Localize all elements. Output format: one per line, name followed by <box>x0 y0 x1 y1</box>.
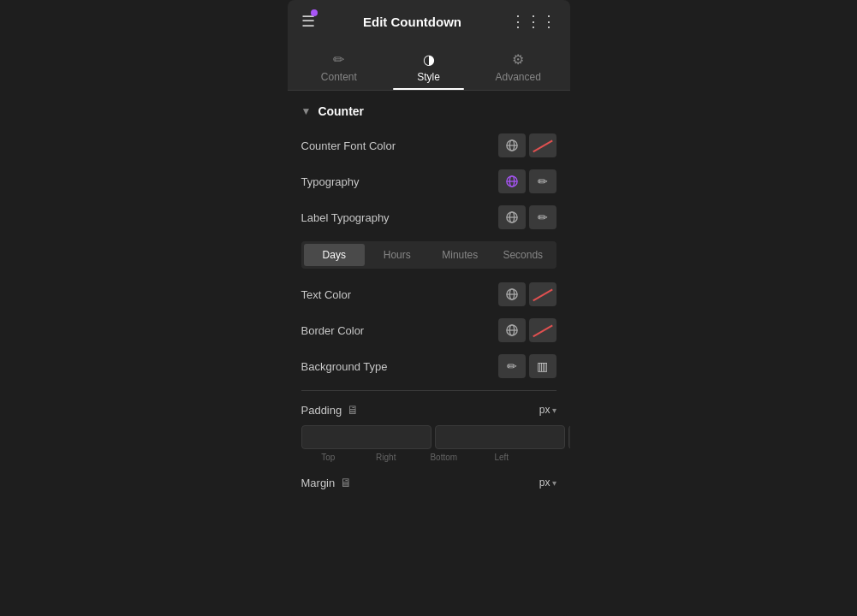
text-color-global-button[interactable] <box>498 282 526 306</box>
typography-controls: ✏ <box>498 169 556 193</box>
globe-icon <box>506 288 518 300</box>
style-icon: ◑ <box>423 51 435 68</box>
background-type-controls: ✏ ▥ <box>498 354 556 378</box>
padding-field-labels: Top Right Bottom Left <box>301 453 556 462</box>
text-color-controls <box>498 282 556 306</box>
label-typography-edit-button[interactable]: ✏ <box>529 205 556 229</box>
notification-dot <box>311 9 318 16</box>
counter-font-color-global-button[interactable] <box>498 133 526 157</box>
padding-label-group: Padding 🖥 <box>301 403 360 417</box>
text-color-swatch[interactable] <box>529 282 556 306</box>
typography-label: Typography <box>301 175 360 188</box>
padding-bottom-label: Bottom <box>417 453 472 462</box>
typography-row: Typography ✏ <box>301 169 556 193</box>
padding-responsive-icon[interactable]: 🖥 <box>347 403 359 417</box>
time-tab-days[interactable]: Days <box>304 244 366 266</box>
tab-content[interactable]: ✏ Content <box>295 43 384 90</box>
border-color-label: Border Color <box>301 324 365 337</box>
content-icon: ✏ <box>333 51 344 68</box>
margin-label-group: Margin 🖥 <box>301 476 353 489</box>
padding-inputs: 🔗 <box>301 425 556 449</box>
globe-icon <box>506 139 518 151</box>
time-tab-group: Days Hours Minutes Seconds <box>301 241 556 269</box>
panel-content: ▼ Counter Counter Font Color <box>288 91 570 616</box>
tab-style-label: Style <box>417 71 440 83</box>
label-typography-global-button[interactable] <box>498 205 526 229</box>
padding-right-input[interactable] <box>435 425 565 449</box>
outer-background: ☰ Edit Countdown ⋮⋮⋮ ✏ Content ◑ Style ⚙… <box>0 0 857 616</box>
text-color-label: Text Color <box>301 288 352 301</box>
no-color-slash <box>529 282 556 306</box>
border-color-swatch[interactable] <box>529 318 556 342</box>
globe-icon <box>506 175 518 187</box>
padding-left-label: Left <box>474 453 529 462</box>
tab-content-label: Content <box>321 71 357 83</box>
tab-style[interactable]: ◑ Style <box>384 43 473 90</box>
padding-unit-label: px <box>539 404 551 416</box>
margin-unit-dropdown-icon: ▾ <box>552 478 556 488</box>
border-color-controls <box>498 318 556 342</box>
counter-font-color-swatch[interactable] <box>529 133 556 157</box>
padding-top-label: Top <box>301 453 356 462</box>
apps-grid-icon[interactable]: ⋮⋮⋮ <box>510 12 556 31</box>
counter-font-color-row: Counter Font Color <box>301 133 556 157</box>
tab-advanced[interactable]: ⚙ Advanced <box>473 43 563 90</box>
header-right: ⋮⋮⋮ <box>510 12 556 31</box>
background-type-label: Background Type <box>301 360 388 373</box>
counter-section-header: ▼ Counter <box>301 104 556 118</box>
hamburger-menu-button[interactable]: ☰ <box>301 12 315 31</box>
border-color-global-button[interactable] <box>498 318 526 342</box>
counter-font-color-controls <box>498 133 556 157</box>
margin-label: Margin <box>301 477 336 489</box>
padding-bottom-input[interactable] <box>568 425 570 449</box>
background-type-solid-button[interactable]: ✏ <box>498 354 526 378</box>
background-type-row: Background Type ✏ ▥ <box>301 354 556 378</box>
label-typography-controls: ✏ <box>498 205 556 229</box>
padding-label: Padding <box>301 404 342 417</box>
header-left: ☰ <box>301 12 315 31</box>
advanced-icon: ⚙ <box>512 51 524 68</box>
section-title: Counter <box>318 104 364 118</box>
padding-right-label: Right <box>359 453 414 462</box>
panel-title: Edit Countdown <box>315 15 510 29</box>
time-tab-hours[interactable]: Hours <box>366 244 428 266</box>
border-color-row: Border Color <box>301 318 556 342</box>
typography-edit-button[interactable]: ✏ <box>529 169 556 193</box>
padding-row-header: Padding 🖥 px ▾ <box>301 403 556 417</box>
counter-font-color-label: Counter Font Color <box>301 139 396 152</box>
edit-panel: ☰ Edit Countdown ⋮⋮⋮ ✏ Content ◑ Style ⚙… <box>288 0 570 616</box>
globe-icon <box>506 324 518 336</box>
margin-unit-group: px ▾ <box>539 477 556 489</box>
label-typography-label: Label Typography <box>301 211 390 224</box>
label-typography-row: Label Typography ✏ <box>301 205 556 229</box>
margin-unit-label: px <box>539 477 551 489</box>
globe-icon <box>506 211 518 223</box>
time-tab-minutes[interactable]: Minutes <box>430 244 491 266</box>
tab-advanced-label: Advanced <box>495 71 540 83</box>
time-tab-seconds[interactable]: Seconds <box>492 244 554 266</box>
section-collapse-icon[interactable]: ▼ <box>301 105 312 117</box>
section-divider <box>301 390 556 391</box>
padding-unit-dropdown-icon: ▾ <box>552 406 556 415</box>
margin-responsive-icon[interactable]: 🖥 <box>340 476 352 489</box>
margin-row-header: Margin 🖥 px ▾ <box>301 476 556 489</box>
padding-top-input[interactable] <box>301 425 431 449</box>
no-color-slash <box>529 133 556 157</box>
tab-bar: ✏ Content ◑ Style ⚙ Advanced <box>288 43 570 91</box>
background-type-gradient-button[interactable]: ▥ <box>529 354 556 378</box>
panel-header: ☰ Edit Countdown ⋮⋮⋮ <box>288 0 570 43</box>
no-color-slash <box>529 318 556 342</box>
padding-unit-group: px ▾ <box>539 404 556 416</box>
typography-global-button[interactable] <box>498 169 526 193</box>
text-color-row: Text Color <box>301 282 556 306</box>
